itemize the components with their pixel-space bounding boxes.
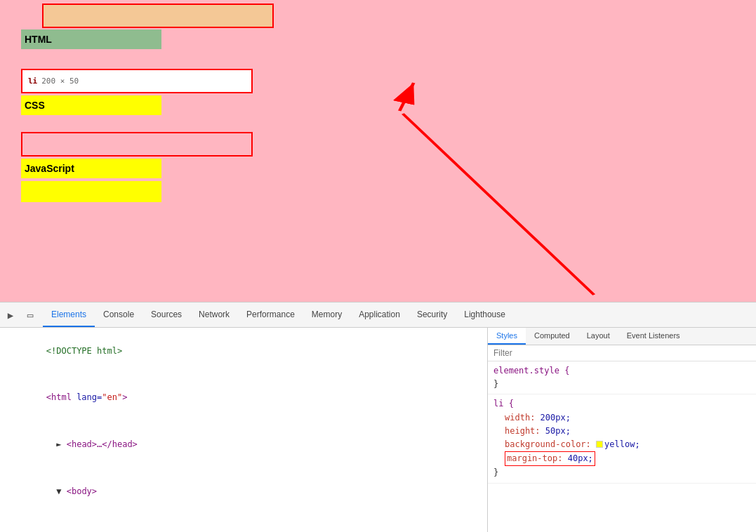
styles-filter-input[interactable] (493, 348, 750, 358)
js-label: JavaScript (21, 159, 161, 178)
html-label: HTML (21, 29, 161, 49)
styles-subtabbar: Styles Computed Layout Event Listeners (488, 328, 756, 345)
li-js-box (21, 132, 253, 157)
styles-panel: Styles Computed Layout Event Listeners (488, 328, 756, 532)
li-html-label-container: HTML (21, 29, 161, 49)
tab-application[interactable]: Application (350, 302, 409, 327)
li-tooltip: li 200 × 50 (21, 69, 253, 93)
svg-line-2 (403, 114, 594, 295)
device-icon[interactable]: ▭ (23, 308, 37, 322)
subtab-event-listeners[interactable]: Event Listeners (618, 328, 689, 345)
subtab-layout[interactable]: Layout (578, 328, 618, 345)
elements-panel: <!DOCTYPE html> <html lang="en"> ► <head… (0, 328, 488, 532)
li-selector: li { (493, 397, 750, 411)
element-style-rule: element.style { (493, 364, 750, 378)
browser-page: HTML li 200 × 50 CSS JavaScript (0, 0, 756, 302)
tab-memory[interactable]: Memory (303, 302, 350, 327)
html-line-ul: ▼ <ul> (0, 515, 487, 532)
tab-performance[interactable]: Performance (238, 302, 303, 327)
html-line-body: ▼ <body> (0, 468, 487, 515)
html-line-head: ► <head>…</head> (0, 422, 487, 469)
inspect-icon[interactable]: ▶ (4, 308, 18, 322)
li-close: } (493, 466, 750, 479)
li-style-section: li { width: 200px; height: 50px; backgro… (488, 394, 756, 483)
tooltip-dimensions: 200 × 50 (41, 77, 79, 86)
tooltip-tag: li (28, 77, 37, 86)
js-label-2 (21, 181, 161, 202)
li-margin-top-prop: margin-top: 40px; (493, 451, 750, 466)
html-line-doctype: <!DOCTYPE html> (0, 328, 487, 375)
li-width-prop: width: 200px; (493, 411, 750, 425)
tab-elements[interactable]: Elements (43, 302, 95, 327)
li-html-box (42, 4, 274, 28)
element-style-selector: element.style { (493, 366, 569, 375)
tab-security[interactable]: Security (409, 302, 456, 327)
subtab-styles[interactable]: Styles (488, 328, 526, 345)
subtab-computed[interactable]: Computed (526, 328, 578, 345)
styles-filter-bar (488, 345, 756, 361)
element-style-section: element.style { } (488, 361, 756, 394)
li-height-prop: height: 50px; (493, 425, 750, 438)
tab-sources[interactable]: Sources (142, 302, 190, 327)
margin-top-highlight: margin-top: 40px; (505, 451, 595, 466)
page-content: HTML li 200 × 50 CSS JavaScript (0, 0, 756, 302)
devtools-content: <!DOCTYPE html> <html lang="en"> ► <head… (0, 328, 756, 532)
devtools-tabbar: ▶ ▭ Elements Console Sources Network Per… (0, 302, 756, 328)
li-bgcolor-prop: background-color: yellow; (493, 438, 750, 451)
html-line-html: <html lang="en"> (0, 375, 487, 422)
element-style-close: } (493, 378, 750, 391)
tab-lighthouse[interactable]: Lighthouse (456, 302, 514, 327)
color-swatch-yellow[interactable] (596, 441, 603, 448)
devtools-panel: ▶ ▭ Elements Console Sources Network Per… (0, 302, 756, 532)
svg-line-1 (399, 83, 413, 111)
li-js-container: JavaScript (21, 132, 253, 157)
tab-console[interactable]: Console (95, 302, 142, 327)
tab-network[interactable]: Network (190, 302, 238, 327)
css-label: CSS (21, 95, 161, 115)
